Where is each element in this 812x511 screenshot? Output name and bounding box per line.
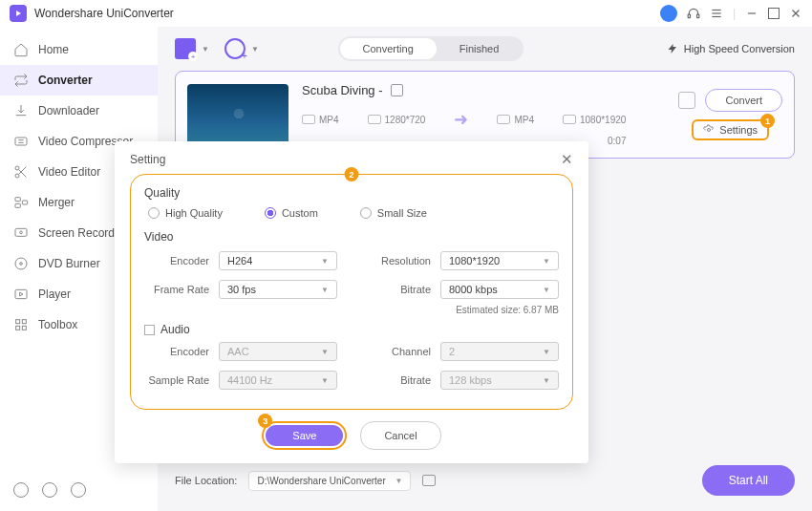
chevron-down-icon: ▼ (321, 257, 329, 266)
chevron-down-icon[interactable]: ▼ (202, 45, 209, 53)
help-icon[interactable] (13, 482, 29, 498)
callout-2: 2 (345, 167, 359, 181)
tab-finished[interactable]: Finished (437, 38, 523, 59)
status-tabs: Converting Finished (338, 36, 524, 61)
modal-title: Setting (130, 153, 165, 166)
bolt-icon (667, 43, 678, 54)
output-settings-icon[interactable] (678, 92, 695, 109)
sidebar-label: DVD Burner (38, 257, 100, 270)
grid-icon (13, 317, 29, 332)
radio-small-size[interactable]: Small Size (360, 207, 427, 219)
audio-channel-select[interactable]: 2▼ (440, 342, 559, 361)
svg-rect-8 (15, 138, 27, 145)
video-resolution-select[interactable]: 1080*1920▼ (440, 251, 559, 270)
select-value: AAC (227, 346, 249, 357)
svg-rect-23 (22, 320, 26, 324)
select-value: H264 (227, 255, 252, 266)
close-icon[interactable]: ✕ (561, 151, 573, 168)
gear-icon (703, 124, 715, 136)
src-format: MP4 (319, 115, 339, 125)
chevron-down-icon: ▼ (543, 257, 550, 266)
video-encoder-select[interactable]: H264▼ (219, 251, 337, 270)
menu-icon[interactable] (710, 7, 723, 20)
cancel-button[interactable]: Cancel (360, 421, 440, 450)
video-encoder-label: Encoder (144, 255, 219, 266)
high-speed-toggle[interactable]: High Speed Conversion (667, 43, 795, 54)
radio-label: High Quality (165, 207, 223, 219)
chevron-down-icon: ▼ (321, 348, 329, 356)
chevron-down-icon[interactable]: ▼ (251, 45, 259, 53)
settings-label: Settings (719, 124, 758, 136)
sidebar-item-home[interactable]: Home (0, 34, 158, 65)
settings-modal: Setting ✕ 2 Quality High Quality Custom … (115, 141, 588, 463)
sidebar-label: Player (38, 287, 71, 301)
video-bitrate-select[interactable]: 8000 kbps▼ (440, 280, 559, 299)
svg-marker-21 (20, 292, 23, 296)
callout-1: 1 (760, 114, 775, 128)
video-resolution-label: Resolution (366, 255, 440, 266)
svg-rect-25 (22, 326, 26, 330)
svg-rect-24 (16, 326, 20, 330)
svg-rect-20 (15, 289, 27, 298)
file-location-select[interactable]: D:\Wondershare UniConverter▼ (248, 471, 411, 491)
chevron-down-icon: ▼ (543, 376, 550, 385)
video-framerate-select[interactable]: 30 fps▼ (219, 280, 337, 299)
video-icon (497, 115, 510, 124)
add-url-button[interactable] (224, 38, 246, 59)
duration: 0:07 (608, 136, 626, 146)
dst-resolution: 1080*1920 (580, 115, 626, 125)
window-separator: | (733, 7, 736, 20)
svg-point-17 (20, 231, 23, 234)
radio-icon (265, 207, 276, 219)
sidebar-label: Video Editor (38, 165, 100, 179)
convert-button[interactable]: Convert (705, 89, 782, 112)
radio-custom[interactable]: Custom (265, 207, 318, 219)
chevron-down-icon: ▼ (321, 376, 329, 385)
file-location-value: D:\Wondershare UniConverter (257, 476, 385, 486)
add-file-button[interactable] (175, 38, 196, 59)
app-name: Wondershare UniConverter (34, 7, 174, 20)
arrow-right-icon: ➜ (454, 109, 468, 130)
feedback-icon[interactable] (71, 482, 86, 498)
svg-rect-0 (688, 14, 690, 18)
user-avatar[interactable] (660, 5, 677, 22)
notification-icon[interactable] (42, 482, 57, 498)
audio-bitrate-select[interactable]: 128 kbps▼ (440, 371, 559, 390)
folder-icon[interactable] (422, 475, 436, 486)
maximize-icon[interactable] (768, 8, 780, 19)
audio-section-label: Audio (160, 323, 190, 336)
radio-high-quality[interactable]: High Quality (148, 207, 223, 219)
sidebar-item-converter[interactable]: Converter (0, 65, 158, 96)
svg-point-26 (708, 129, 711, 132)
audio-samplerate-select[interactable]: 44100 Hz▼ (219, 371, 337, 390)
video-bitrate-label: Bitrate (366, 284, 440, 295)
settings-button[interactable]: Settings 1 (692, 119, 769, 140)
merge-icon (13, 195, 29, 210)
tab-converting[interactable]: Converting (340, 38, 437, 59)
close-icon[interactable] (789, 7, 802, 20)
save-button[interactable]: Save (266, 425, 343, 446)
minimize-icon[interactable] (745, 7, 759, 20)
audio-encoder-label: Encoder (144, 346, 219, 357)
chevron-down-icon: ▼ (395, 477, 403, 485)
radio-icon (360, 207, 372, 219)
audio-checkbox[interactable] (144, 325, 155, 335)
audio-encoder-select[interactable]: AAC▼ (219, 342, 337, 361)
select-value: 44100 Hz (227, 374, 272, 386)
headset-icon[interactable] (687, 7, 700, 20)
scissors-icon (13, 164, 29, 180)
titlebar: Wondershare UniConverter | (0, 0, 812, 27)
select-value: 2 (449, 346, 455, 357)
start-all-button[interactable]: Start All (702, 465, 795, 496)
radio-label: Custom (282, 207, 318, 219)
edit-icon[interactable] (391, 84, 403, 96)
audio-channel-label: Channel (366, 346, 440, 357)
media-title: Scuba Diving - (302, 83, 383, 97)
quality-section-label: Quality (144, 186, 559, 200)
audio-bitrate-label: Bitrate (366, 374, 440, 386)
svg-point-18 (15, 258, 27, 269)
sidebar-item-downloader[interactable]: Downloader (0, 96, 158, 126)
svg-point-10 (15, 174, 19, 178)
svg-rect-22 (16, 320, 20, 324)
video-thumbnail[interactable] (187, 84, 288, 145)
